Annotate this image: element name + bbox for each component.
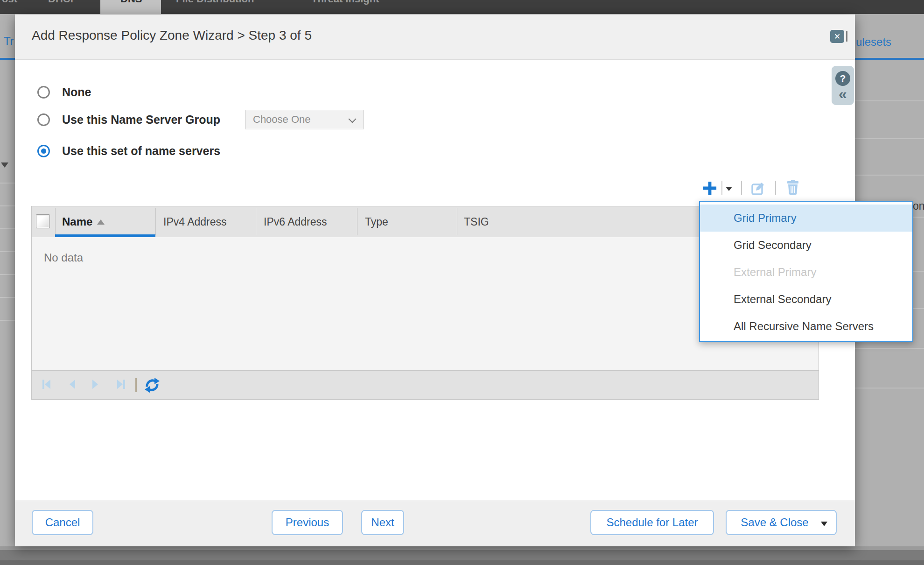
pagination-separator — [135, 378, 137, 392]
radio-label: None — [62, 86, 91, 99]
toolbar-separator — [721, 181, 722, 195]
next-button[interactable]: Next — [361, 510, 404, 535]
background-tab-underline-right — [855, 58, 924, 60]
column-header-ipv6[interactable]: IPv6 Address — [264, 215, 327, 229]
previous-page-icon[interactable] — [66, 378, 78, 390]
menu-item-external-secondary[interactable]: External Secondary — [700, 286, 912, 313]
delete-icon[interactable] — [786, 180, 799, 195]
top-tab-bar: ost DHCP DNS File Distribution Threat In… — [0, 0, 924, 14]
column-header-ipv4[interactable]: IPv4 Address — [163, 215, 227, 229]
table-pagination-bar — [32, 370, 819, 399]
help-icon[interactable]: ? — [835, 71, 850, 86]
close-icon[interactable]: ✕ — [830, 30, 844, 43]
tab-dns-label: DNS — [120, 0, 142, 4]
background-caret-icon — [1, 162, 8, 168]
schedule-for-later-button[interactable]: Schedule for Later — [590, 510, 714, 535]
tab-dhcp[interactable]: DHCP — [48, 0, 77, 4]
tab-file-distribution[interactable]: File Distribution — [176, 0, 254, 4]
save-button-label: Save & Close — [741, 516, 808, 529]
last-page-icon[interactable] — [115, 378, 127, 390]
dialog-title: Add Response Policy Zone Wizard > Step 3… — [32, 28, 312, 43]
collapse-icon[interactable]: « — [832, 85, 854, 103]
tab-dns[interactable]: DNS — [100, 0, 161, 14]
tab-host-fragment[interactable]: ost — [2, 0, 17, 4]
next-button-label: Next — [371, 516, 394, 529]
help-panel: ? « — [832, 66, 854, 105]
empty-table-message: No data — [44, 251, 83, 264]
background-left-strip: Tr — [0, 14, 15, 546]
radio-icon[interactable] — [37, 113, 50, 126]
background-text-fragment: on — [913, 200, 924, 212]
menu-item-grid-secondary[interactable]: Grid Secondary — [700, 232, 912, 259]
bottom-shadow-strip — [0, 546, 924, 550]
cancel-button-label: Cancel — [45, 516, 80, 529]
column-header-tsig[interactable]: TSIG — [464, 215, 489, 229]
dialog-header: Add Response Policy Zone Wizard > Step 3… — [15, 14, 855, 60]
chevron-down-icon — [349, 115, 357, 123]
dialog-footer: Cancel Previous Next Schedule for Later … — [15, 501, 855, 546]
previous-button[interactable]: Previous — [272, 510, 343, 535]
column-header-name[interactable]: Name — [62, 215, 92, 229]
sort-ascending-icon — [97, 219, 105, 225]
select-all-checkbox[interactable] — [36, 214, 50, 228]
toolbar-separator — [775, 181, 776, 195]
select-value: Choose One — [253, 110, 311, 129]
bottom-gray-strip — [0, 550, 924, 560]
add-name-server-button[interactable] — [702, 180, 718, 196]
radio-icon[interactable] — [37, 86, 50, 99]
background-tab-rulesets[interactable]: ulesets — [856, 35, 891, 49]
radio-label: Use this Name Server Group — [62, 113, 220, 126]
tab-threat-insight[interactable]: Threat Insight — [311, 0, 379, 4]
bottom-dark-strip — [0, 560, 924, 565]
first-page-icon[interactable] — [41, 378, 53, 390]
background-tab-underline-left — [0, 58, 15, 60]
radio-selected-icon[interactable] — [37, 145, 50, 157]
column-header-type[interactable]: Type — [365, 215, 388, 229]
cancel-button[interactable]: Cancel — [32, 510, 93, 535]
refresh-icon[interactable] — [144, 377, 161, 394]
save-and-close-button[interactable]: Save & Close — [726, 510, 837, 535]
schedule-button-label: Schedule for Later — [606, 516, 698, 529]
header-tick — [846, 31, 847, 42]
edit-icon[interactable] — [751, 181, 766, 195]
menu-item-external-primary[interactable]: External Primary — [700, 259, 912, 286]
next-page-icon[interactable] — [89, 378, 101, 390]
toolbar-separator — [741, 181, 742, 195]
menu-item-all-recursive-name-servers[interactable]: All Recursive Name Servers — [700, 313, 912, 340]
wizard-dialog: Add Response Policy Zone Wizard > Step 3… — [15, 14, 855, 546]
save-dropdown-caret-icon — [821, 522, 827, 526]
name-server-group-select[interactable]: Choose One — [245, 110, 364, 129]
previous-button-label: Previous — [286, 516, 329, 529]
menu-item-grid-primary[interactable]: Grid Primary — [700, 205, 912, 232]
screen: ost DHCP DNS File Distribution Threat In… — [0, 0, 924, 565]
add-name-server-menu: Grid Primary Grid Secondary External Pri… — [699, 201, 913, 342]
background-tab-fragment-left[interactable]: Tr — [4, 35, 14, 48]
add-dropdown-caret-icon[interactable] — [726, 187, 732, 191]
radio-label: Use this set of name servers — [62, 145, 220, 157]
